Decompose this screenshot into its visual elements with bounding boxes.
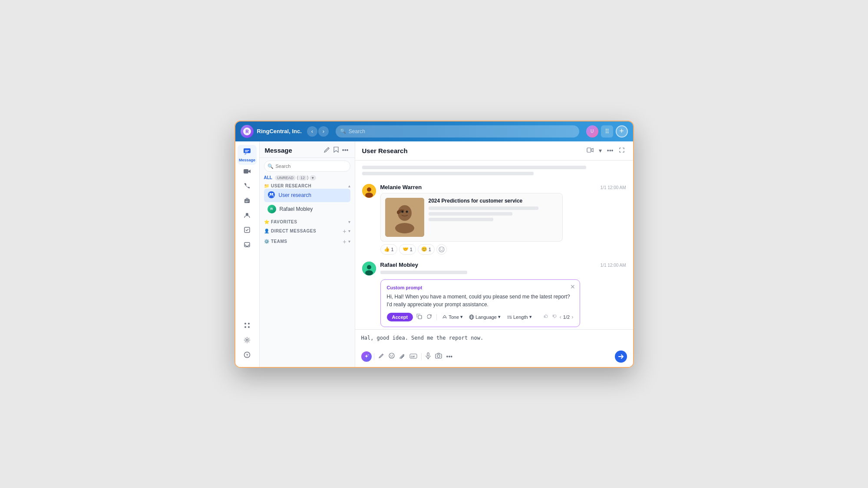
nav-item-settings[interactable]: [238, 334, 257, 348]
svg-text:GIF: GIF: [411, 355, 415, 358]
inbox-icon: [244, 241, 251, 250]
unread-count: 12: [298, 175, 307, 180]
nav-item-phone[interactable]: [238, 180, 257, 193]
nav-back-button[interactable]: ‹: [307, 126, 317, 137]
thumbsup-count: 1: [391, 247, 394, 252]
message-melanie: Melanie Warren 1/1 12:00 AM: [362, 184, 626, 255]
far-left-nav: Message: [235, 141, 260, 367]
pen-tool-button[interactable]: [376, 351, 386, 361]
mic-button[interactable]: [424, 351, 432, 362]
search-input[interactable]: [349, 128, 575, 134]
refresh-button[interactable]: [426, 313, 433, 321]
svg-point-51: [437, 355, 440, 357]
more-tools-button[interactable]: •••: [445, 352, 455, 361]
favorites-header[interactable]: ⭐ FAVORITES ▾: [264, 219, 350, 224]
nav-item-inbox[interactable]: [238, 239, 257, 252]
add-button[interactable]: +: [616, 125, 628, 138]
chat-more-button[interactable]: •••: [606, 146, 615, 155]
svg-rect-23: [587, 148, 591, 152]
gif-button[interactable]: GIF: [408, 352, 419, 361]
chat-expand-button[interactable]: [617, 146, 626, 156]
nav-forward-button[interactable]: ›: [318, 126, 329, 137]
user-avatar[interactable]: U: [586, 125, 598, 138]
favorites-chevron: ▾: [348, 219, 350, 224]
sidebar-item-rafael[interactable]: R Rafael Mobley: [264, 203, 350, 216]
svg-point-34: [442, 249, 443, 249]
nav-item-fax[interactable]: [238, 194, 257, 208]
emoji-button[interactable]: [387, 351, 396, 361]
add-reaction-button[interactable]: [436, 244, 447, 255]
melanie-name: Melanie Warren: [380, 184, 422, 190]
svg-point-30: [401, 210, 403, 213]
settings-icon: [244, 337, 251, 345]
prompt-actions: Accept: [387, 313, 574, 321]
teams-icon: ⚙️: [264, 239, 270, 244]
thumbs-down-button[interactable]: [551, 313, 558, 321]
video-icon: [243, 168, 251, 176]
global-search-bar[interactable]: 🔍: [336, 125, 579, 138]
svg-point-10: [246, 213, 248, 216]
teams-chevron: ▾: [348, 239, 350, 244]
dm-add-button[interactable]: +: [343, 228, 346, 235]
sidebar-header: Message •••: [260, 141, 355, 158]
svg-text:R: R: [245, 129, 249, 134]
rafael-msg-avatar: [362, 262, 376, 275]
svg-point-40: [471, 315, 473, 319]
language-label: Language: [475, 314, 497, 320]
sidebar-item-user-research[interactable]: User research: [264, 189, 350, 202]
pagination-prev[interactable]: ‹: [560, 314, 561, 320]
nav-item-contacts[interactable]: [238, 209, 257, 223]
tool-divider-2: [421, 353, 422, 360]
accept-button[interactable]: Accept: [387, 313, 413, 321]
teams-add-button[interactable]: +: [343, 238, 346, 245]
compose-button[interactable]: [323, 146, 331, 155]
user-research-header[interactable]: 📁 USER RESEARCH ▴: [264, 183, 350, 188]
compose-input[interactable]: Hal, good idea. Send me the report now.: [361, 334, 627, 346]
company-logo[interactable]: R: [241, 125, 254, 138]
ai-button[interactable]: [361, 351, 372, 362]
camera-button[interactable]: [433, 351, 444, 361]
reaction-thumbsup[interactable]: 👍 1: [380, 244, 397, 255]
user-research-label: User research: [279, 192, 311, 198]
nav-item-message[interactable]: Message: [238, 145, 257, 165]
dm-header[interactable]: 👤 DIRECT MESSAGES + ▾: [264, 228, 350, 235]
sidebar-search-input[interactable]: [264, 160, 350, 172]
nav-item-tasks[interactable]: [238, 224, 257, 238]
nav-item-apps[interactable]: [238, 319, 257, 333]
custom-prompt-box: Custom prompt ✕ Hi, Hal! When you have a…: [380, 279, 580, 327]
video-dropdown-button[interactable]: ▾: [597, 146, 603, 155]
svg-point-22: [271, 193, 273, 195]
tone-button[interactable]: Tone ▾: [440, 313, 465, 321]
svg-point-36: [367, 265, 371, 269]
teams-header[interactable]: ⚙️ TEAMS + ▾: [264, 238, 350, 245]
sidebar-search-icon: 🔍: [267, 163, 274, 169]
handshake-count: 1: [410, 247, 413, 252]
pagination-next[interactable]: ›: [571, 314, 573, 320]
svg-point-46: [392, 355, 393, 356]
reaction-smile[interactable]: 😊 1: [418, 244, 435, 255]
person-icon: 👤: [264, 229, 270, 233]
nav-item-help[interactable]: ?: [238, 349, 257, 363]
svg-point-33: [440, 249, 441, 249]
length-button[interactable]: Length ▾: [505, 313, 534, 321]
grid-button[interactable]: ⠿: [601, 125, 613, 138]
nav-item-video[interactable]: [238, 166, 257, 179]
attach-button[interactable]: [397, 351, 407, 361]
filter-all[interactable]: ALL: [264, 175, 272, 180]
compose-tools: GIF: [361, 351, 455, 362]
thumbs-up-button[interactable]: [542, 313, 549, 321]
bookmark-button[interactable]: [333, 146, 340, 155]
svg-rect-42: [553, 315, 554, 317]
reaction-handshake[interactable]: 🤝 1: [399, 244, 416, 255]
language-button[interactable]: Language ▾: [467, 313, 502, 321]
prompt-close-button[interactable]: ✕: [570, 283, 575, 290]
sidebar-more-button[interactable]: •••: [341, 146, 350, 155]
copy-button[interactable]: [416, 313, 423, 321]
video-call-button[interactable]: [585, 146, 595, 155]
rafael-message-content: Rafael Mobley 1/1 12:00 AM Custom prompt…: [380, 262, 626, 327]
send-button[interactable]: [615, 350, 627, 363]
svg-point-29: [395, 223, 414, 233]
sidebar: Message ••• 🔍: [260, 141, 355, 367]
svg-point-44: [389, 353, 394, 358]
filter-unread[interactable]: UNREAD (12) ▾: [275, 175, 316, 180]
